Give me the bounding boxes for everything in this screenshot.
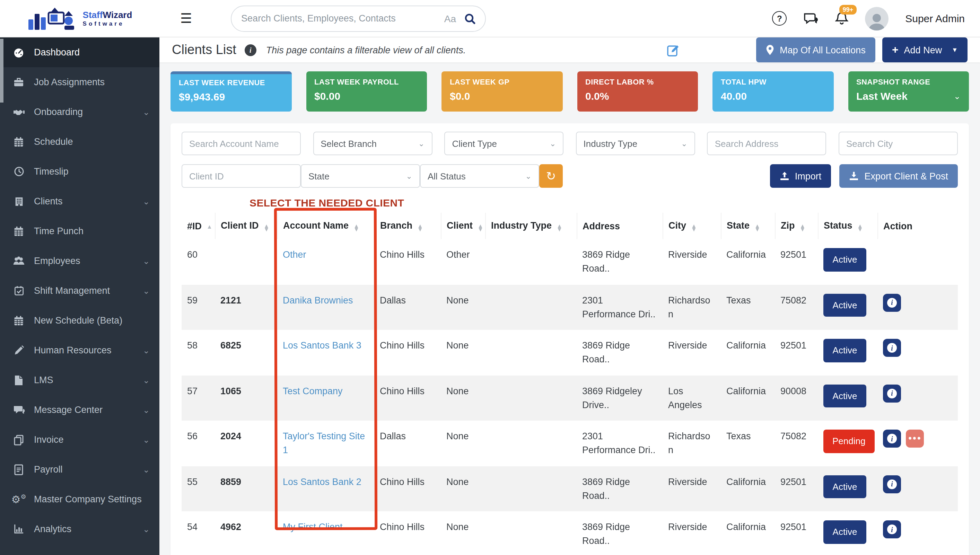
info-button[interactable]: i: [883, 520, 901, 538]
hamburger-menu-icon[interactable]: ☰: [180, 10, 192, 26]
account-name-link[interactable]: Other: [283, 249, 306, 260]
sidebar-item-time-punch[interactable]: Time Punch: [0, 216, 159, 246]
cell-client-id: 1065: [215, 375, 277, 420]
chevron-down-icon[interactable]: ⌄: [954, 91, 961, 101]
sidebar-item-payroll[interactable]: Payroll ⌄: [0, 454, 159, 484]
cell-city: Riverside: [662, 330, 721, 375]
account-name-link[interactable]: Taylor's Testing Site 1: [283, 431, 365, 456]
card-last-week-payroll[interactable]: LAST WEEK PAYROLL $0.00: [306, 71, 427, 112]
account-name-link[interactable]: My First Client: [283, 522, 343, 532]
cell-id: 56: [181, 420, 215, 466]
cell-state: California: [721, 466, 775, 511]
client-type-select[interactable]: Client Type⌄: [444, 132, 563, 155]
sidebar-item-new-schedule-beta[interactable]: New Schedule (Beta): [0, 306, 159, 335]
global-search-input[interactable]: [241, 13, 444, 24]
cell-industry-type: [485, 330, 577, 375]
info-button[interactable]: i: [883, 430, 901, 448]
status-badge[interactable]: Active: [823, 248, 866, 271]
messages-icon[interactable]: [803, 12, 818, 25]
sidebar-item-invoice[interactable]: Invoice ⌄: [0, 425, 159, 454]
chevron-down-icon: ⌄: [143, 256, 150, 266]
sidebar-label: Master Company Settings: [34, 494, 142, 504]
client-id-input[interactable]: [181, 164, 301, 188]
sidebar-scrollbar[interactable]: [0, 39, 3, 103]
col-zip[interactable]: Zip▲▼: [775, 213, 818, 239]
case-sensitivity-toggle[interactable]: Aa: [444, 13, 456, 24]
col-state[interactable]: State▲▼: [721, 213, 775, 239]
account-name-search-input[interactable]: [181, 132, 301, 155]
col-industry-type[interactable]: Industry Type▲▼: [485, 213, 577, 239]
sidebar-item-analytics[interactable]: Analytics ⌄: [0, 514, 159, 544]
industry-type-select[interactable]: Industry Type⌄: [576, 132, 695, 155]
card-direct-labor[interactable]: DIRECT LABOR % 0.0%: [577, 71, 698, 112]
sidebar-item-lms[interactable]: LMS ⌄: [0, 365, 159, 395]
sidebar-item-onboarding[interactable]: Onboarding ⌄: [0, 97, 159, 127]
cell-id: 54: [181, 511, 215, 555]
clock-icon: [13, 166, 25, 177]
branch-select[interactable]: Select Branch⌄: [313, 132, 432, 155]
notification-count-badge: 99+: [839, 5, 857, 14]
avatar[interactable]: [865, 6, 889, 30]
info-button[interactable]: i: [883, 475, 901, 493]
sidebar-item-master-company-settings[interactable]: ⚙⚙ Master Company Settings: [0, 484, 159, 514]
col-id[interactable]: #ID▲▼: [181, 213, 215, 239]
sidebar-item-employees[interactable]: Employees ⌄: [0, 246, 159, 276]
chevron-down-icon: ⌄: [143, 405, 150, 415]
sidebar-item-message-center[interactable]: Message Center ⌄: [0, 395, 159, 425]
add-new-button[interactable]: + Add New ▼: [882, 37, 967, 63]
sidebar-item-human-resources[interactable]: Human Resources ⌄: [0, 335, 159, 365]
account-name-link[interactable]: Los Santos Bank 3: [283, 340, 361, 351]
account-name-link[interactable]: Los Santos Bank 2: [283, 476, 361, 487]
status-badge[interactable]: Active: [823, 339, 866, 362]
info-button[interactable]: i: [883, 294, 901, 311]
col-address[interactable]: Address▲▼: [577, 213, 662, 239]
col-city[interactable]: City▲▼: [662, 213, 721, 239]
sidebar-label: Clients: [34, 196, 63, 207]
info-icon[interactable]: i: [245, 44, 257, 56]
help-icon[interactable]: ?: [772, 11, 787, 26]
status-badge[interactable]: Active: [823, 384, 866, 407]
import-button[interactable]: Import: [770, 164, 831, 188]
edit-icon[interactable]: [667, 43, 680, 56]
document-icon: [13, 464, 25, 475]
more-button[interactable]: ●●●: [906, 430, 924, 448]
account-name-link[interactable]: Test Company: [283, 386, 343, 396]
sidebar-item-shift-management[interactable]: Shift Management ⌄: [0, 276, 159, 306]
status-badge[interactable]: Active: [823, 294, 866, 317]
col-client[interactable]: Client▲▼: [441, 213, 485, 239]
col-branch[interactable]: Branch▲▼: [374, 213, 441, 239]
refresh-button[interactable]: ↻: [539, 164, 563, 188]
cell-city: Los Angeles: [662, 375, 721, 420]
status-badge[interactable]: Active: [823, 520, 866, 544]
col-account-name[interactable]: Account Name▲▼: [277, 213, 374, 239]
sidebar-label: New Schedule (Beta): [34, 315, 122, 326]
col-status[interactable]: Status▲▼: [818, 213, 877, 239]
map-of-all-locations-button[interactable]: Map Of All Locations: [756, 37, 875, 63]
sidebar-item-job-assignments[interactable]: Job Assignments: [0, 67, 159, 97]
card-snapshot-range[interactable]: SNAPSHOT RANGE Last Week⌄: [848, 71, 969, 112]
sidebar-item-schedule[interactable]: Schedule: [0, 127, 159, 157]
export-client-post-button[interactable]: Export Client & Post: [839, 164, 958, 188]
notifications-bell[interactable]: 99+: [835, 11, 848, 26]
info-button[interactable]: i: [883, 339, 901, 357]
card-last-week-revenue[interactable]: LAST WEEK REVENUE $9,943.69: [170, 71, 292, 112]
card-last-week-gp[interactable]: LAST WEEK GP $0.0: [441, 71, 563, 112]
sidebar-item-dashboard[interactable]: Dashboard: [0, 37, 159, 67]
status-badge[interactable]: Active: [823, 475, 866, 498]
card-total-hpw[interactable]: TOTAL HPW 40.00: [712, 71, 833, 112]
cell-zip: 92501: [775, 330, 818, 375]
city-search-input[interactable]: [839, 132, 958, 155]
state-select[interactable]: State⌄: [301, 164, 420, 188]
sort-icon: ▲▼: [264, 225, 269, 231]
sidebar-item-timeslip[interactable]: Timeslip: [0, 157, 159, 186]
status-select[interactable]: All Status⌄: [420, 164, 539, 188]
col-client-id[interactable]: Client ID▲▼: [215, 213, 277, 239]
user-name[interactable]: Super Admin: [905, 13, 965, 24]
account-name-link[interactable]: Danika Brownies: [283, 295, 353, 305]
sidebar-item-clients[interactable]: Clients ⌄: [0, 186, 159, 216]
col-action[interactable]: Action▲▼: [877, 213, 958, 239]
info-button[interactable]: i: [883, 384, 901, 402]
search-icon[interactable]: [464, 13, 475, 24]
status-badge[interactable]: Pending: [823, 430, 874, 453]
address-search-input[interactable]: [707, 132, 826, 155]
